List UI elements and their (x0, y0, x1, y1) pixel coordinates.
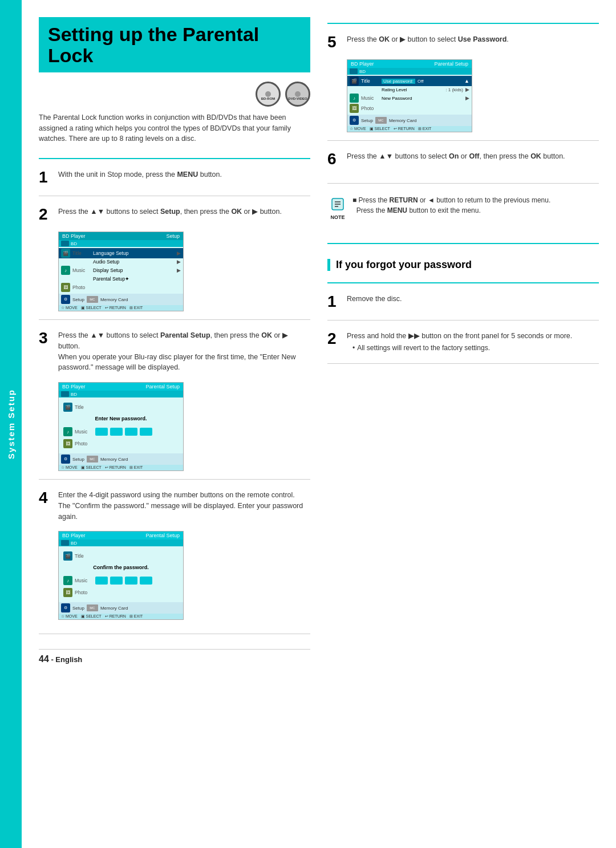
setup-menu-bd-row: BD (59, 240, 183, 247)
right-divider-6 (327, 320, 599, 320)
setup-menu-bd-icon (61, 241, 69, 246)
confirm-password-header: BD Player Parental Setup (59, 531, 183, 539)
page-footer: 44 - English (39, 649, 310, 664)
forgot-step-2: 2 Press and hold the ▶▶ button on the fr… (327, 331, 599, 353)
confirm-password-boxes (95, 577, 152, 585)
use-password-row-selected: 🎬 Title Use password: Off ▲ (347, 76, 472, 86)
step-1-number: 1 (39, 169, 52, 185)
step-6-number: 6 (327, 151, 341, 167)
setup-menu-row-photo: 🖼 Photo (59, 282, 183, 293)
setup-icon-photo: 🖼 (61, 283, 70, 292)
dvd-video-icon: DVD-VIDEO (285, 82, 310, 107)
step-4: 4 Enter the 4-digit password using the n… (39, 490, 310, 522)
enter-password-header: BD Player Parental Setup (59, 383, 183, 391)
right-divider-4 (327, 243, 599, 244)
footer-divider (39, 634, 310, 634)
setup-menu-footer: ☆ MOVE ▣ SELECT ↩ RETURN ⊞ EXIT (59, 305, 183, 311)
step-5-number: 5 (327, 34, 341, 50)
note-section: NOTE ■ Press the RETURN or ◄ button to r… (327, 195, 599, 220)
setup-memory-card-row: ⚙ Setup MC Memory Card (59, 294, 183, 305)
setup-menu-row-title: 🎬 Title Language Setup ▶ (59, 248, 183, 258)
forgot-step-1-content: Remove the disc. (347, 294, 599, 305)
step-3-number: 3 (39, 330, 52, 346)
enter-password-boxes (95, 428, 152, 436)
note-label: NOTE (330, 214, 345, 220)
setup-menu-screenshot: BD Player Setup BD 🎬 Title Language Setu… (58, 232, 184, 311)
forgot-step-2-content: Press and hold the ▶▶ button on the fron… (347, 331, 599, 353)
step-6-content: Press the ▲▼ buttons to select On or Off… (347, 151, 599, 162)
right-divider-7 (327, 363, 599, 364)
divider-3 (39, 319, 310, 320)
step-2: 2 Press the ▲▼ buttons to select Setup, … (39, 206, 310, 222)
disc-icons-row: BD-ROM DVD-VIDEO (39, 82, 310, 107)
setup-menu-body: 🎬 Title Language Setup ▶ Audio Setup ▶ ♪… (59, 247, 183, 294)
setup-menu-row-audio: Audio Setup ▶ (59, 258, 183, 265)
forgot-password-title: If you forgot your password (336, 259, 472, 271)
step-3: 3 Press the ▲▼ buttons to select Parenta… (39, 330, 310, 373)
page-title-block: Setting up the Parental Lock (39, 17, 310, 72)
step-6: 6 Press the ▲▼ buttons to select On or O… (327, 151, 599, 167)
use-password-header: BD Player Parental Setup (347, 60, 472, 68)
step-5-content: Press the OK or ▶ button to select Use P… (347, 34, 599, 45)
right-divider-2 (327, 140, 599, 141)
setup-memory-card-icon: MC (87, 296, 98, 303)
right-divider-3 (327, 183, 599, 184)
step-2-content: Press the ▲▼ buttons to select Setup, th… (58, 206, 310, 217)
step-4-content: Enter the 4-digit password using the num… (58, 490, 310, 522)
note-content: ■ Press the RETURN or ◄ button to return… (352, 195, 550, 216)
setup-menu-row-parental: Parental Setup✦ (59, 275, 183, 282)
forgot-step-2-number: 2 (327, 331, 341, 347)
side-tab: System Setup (0, 0, 22, 848)
enter-password-body: 🎬 Title Enter New password. ♪ Music (59, 397, 183, 453)
forgot-step-1: 1 Remove the disc. (327, 294, 599, 310)
use-password-menu-screenshot: BD Player Parental Setup BD 🎬 Title Use … (347, 59, 472, 132)
setup-menu-header: BD Player Setup (59, 232, 183, 240)
forgot-step-1-number: 1 (327, 294, 341, 310)
forgot-step-2-bullet: All settings will revert to the factory … (352, 343, 599, 353)
confirm-password-menu-screenshot: BD Player Parental Setup BD 🎬 Title Conf… (58, 531, 184, 620)
setup-menu-row-display: ♪ Music Display Setup ▶ (59, 265, 183, 275)
main-content: Setting up the Parental Lock BD-ROM DVD-… (22, 0, 616, 848)
enter-password-menu-screenshot: BD Player Parental Setup BD 🎬 Title Ente… (58, 382, 184, 471)
bd-rom-icon: BD-ROM (256, 82, 281, 107)
step-4-number: 4 (39, 490, 52, 506)
setup-icon-setup: ⚙ (61, 295, 70, 304)
right-divider-top (327, 23, 599, 24)
forgot-password-heading: If you forgot your password (327, 259, 599, 271)
step-5: 5 Press the OK or ▶ button to select Use… (327, 34, 599, 50)
setup-icon-title: 🎬 (61, 249, 70, 258)
intro-text: The Parental Lock function works in conj… (39, 112, 310, 144)
divider-1 (39, 158, 310, 159)
step-3-content: Press the ▲▼ buttons to select Parental … (58, 330, 310, 373)
side-tab-label: System Setup (6, 389, 16, 459)
page-title: Setting up the Parental Lock (48, 24, 301, 67)
note-pencil-icon (330, 196, 346, 212)
right-column: 5 Press the OK or ▶ button to select Use… (327, 17, 599, 837)
divider-4 (39, 479, 310, 480)
step-1: 1 With the unit in Stop mode, press the … (39, 169, 310, 185)
divider-2 (39, 196, 310, 196)
right-divider-5 (327, 282, 599, 283)
left-column: Setting up the Parental Lock BD-ROM DVD-… (39, 17, 310, 837)
step-1-content: With the unit in Stop mode, press the ME… (58, 169, 310, 180)
setup-icon-music: ♪ (61, 266, 70, 275)
enter-password-bd-row: BD (59, 391, 183, 397)
note-icon (329, 195, 347, 213)
step-2-number: 2 (39, 206, 52, 222)
